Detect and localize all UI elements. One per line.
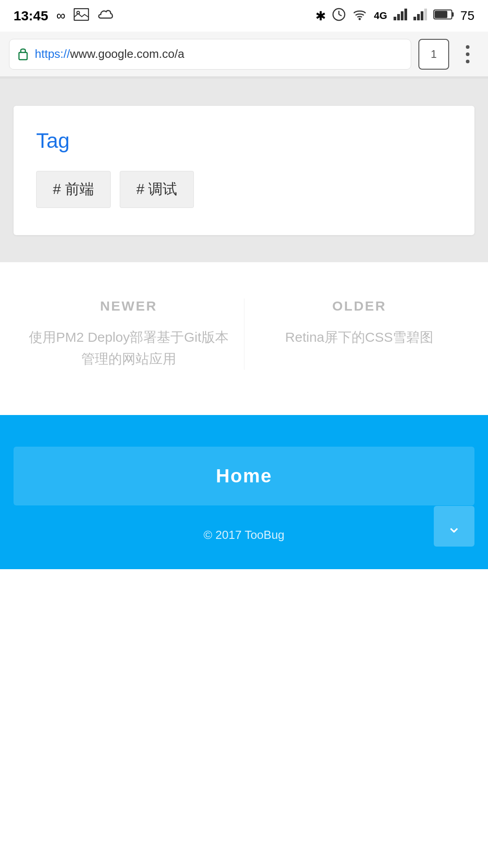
svg-point-5 <box>359 18 361 20</box>
svg-rect-17 <box>19 52 27 60</box>
nav-older[interactable]: OLDER Retina屏下的CSS雪碧图 <box>244 298 475 370</box>
browser-bar: https://www.google.com.co/a 1 <box>0 32 488 77</box>
status-bar: 13:45 ∞ ✱ <box>0 0 488 32</box>
svg-rect-16 <box>435 11 447 18</box>
svg-rect-12 <box>421 11 423 20</box>
grey-section: Tag # 前端 # 调试 <box>0 79 488 262</box>
image-icon <box>74 8 89 24</box>
url-box[interactable]: https://www.google.com.co/a <box>9 39 411 70</box>
status-time: 13:45 <box>14 8 48 24</box>
nav-newer[interactable]: NEWER 使用PM2 Deploy部署基于Git版本管理的网站应用 <box>14 298 244 370</box>
menu-dot-3 <box>466 60 469 63</box>
tag-heading: Tag <box>36 128 452 153</box>
tag-label-debug: # 调试 <box>136 181 178 197</box>
newer-title: 使用PM2 Deploy部署基于Git版本管理的网站应用 <box>14 326 244 370</box>
svg-rect-10 <box>413 17 416 20</box>
newer-label: NEWER <box>100 298 157 314</box>
battery-percent: 75 <box>460 9 474 23</box>
svg-rect-15 <box>452 12 454 17</box>
tag-item-debug[interactable]: # 调试 <box>120 171 194 208</box>
older-title: Retina屏下的CSS雪碧图 <box>276 326 442 348</box>
footer-bottom: © 2017 TooBug ⌄ <box>14 528 474 542</box>
tag-label-frontend: # 前端 <box>53 181 94 197</box>
tab-button[interactable]: 1 <box>418 39 449 70</box>
footer: Home © 2017 TooBug ⌄ <box>0 415 488 569</box>
svg-rect-13 <box>424 9 427 20</box>
tag-list: # 前端 # 调试 <box>36 171 452 208</box>
older-label: OLDER <box>332 298 386 314</box>
scroll-top-button[interactable]: ⌄ <box>434 506 474 547</box>
tag-card: Tag # 前端 # 调试 <box>14 106 474 235</box>
battery-icon <box>433 9 454 24</box>
signal-bars-2-icon <box>413 9 427 24</box>
navigation-section: NEWER 使用PM2 Deploy部署基于Git版本管理的网站应用 OLDER… <box>0 262 488 415</box>
copyright-text: © 2017 TooBug <box>203 528 284 542</box>
infinity-icon: ∞ <box>56 9 66 23</box>
menu-dot-2 <box>466 52 469 56</box>
wifi-icon <box>352 9 367 24</box>
cloud-icon <box>97 8 114 24</box>
home-button-label: Home <box>216 465 272 487</box>
bluetooth-icon: ✱ <box>315 9 326 24</box>
signal-4g-icon: 4G <box>374 10 387 22</box>
tab-count: 1 <box>431 48 436 61</box>
browser-menu-button[interactable] <box>456 39 479 70</box>
url-text: https://www.google.com.co/a <box>35 47 403 61</box>
svg-rect-6 <box>394 17 396 20</box>
lock-icon <box>18 46 28 62</box>
svg-rect-7 <box>397 14 400 20</box>
svg-line-4 <box>339 14 342 16</box>
svg-rect-8 <box>401 11 404 20</box>
tag-item-frontend[interactable]: # 前端 <box>36 171 111 208</box>
chevron-up-icon: ⌄ <box>446 517 462 535</box>
svg-rect-9 <box>404 9 407 20</box>
clock-icon <box>332 8 346 24</box>
home-button[interactable]: Home <box>14 447 474 505</box>
menu-dot-1 <box>466 45 469 49</box>
signal-bars-icon <box>394 9 407 24</box>
svg-rect-0 <box>74 9 89 20</box>
svg-rect-11 <box>417 14 420 20</box>
